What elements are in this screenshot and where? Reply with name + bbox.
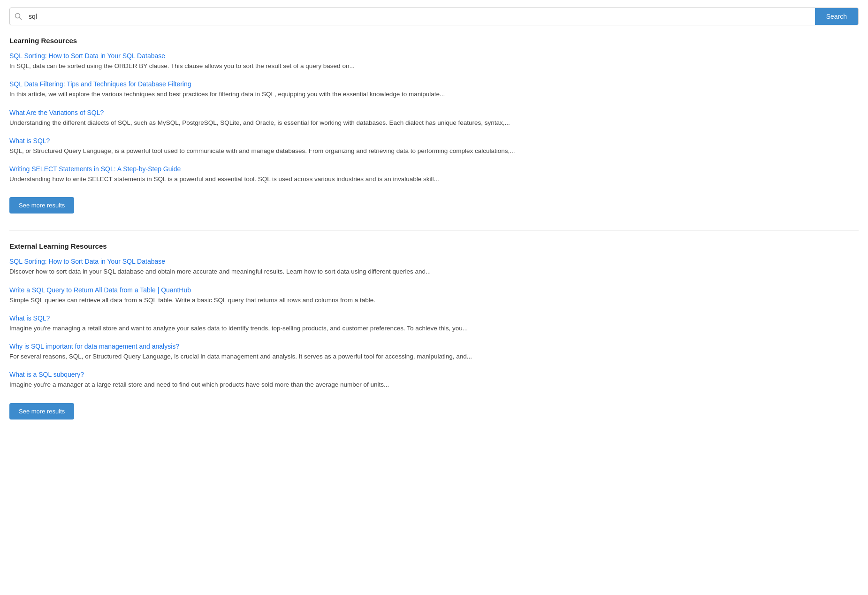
search-input[interactable] [27,8,815,25]
result-link[interactable]: SQL Sorting: How to Sort Data in Your SQ… [9,52,859,60]
sections-container: Learning ResourcesSQL Sorting: How to So… [9,37,859,420]
section-title-learning-resources: Learning Resources [9,37,859,45]
result-link[interactable]: What is SQL? [9,314,859,322]
section-learning-resources: Learning ResourcesSQL Sorting: How to So… [9,37,859,214]
section-title-external-learning-resources: External Learning Resources [9,242,859,250]
result-item: What is SQL?SQL, or Structured Query Lan… [9,137,859,156]
result-link[interactable]: SQL Sorting: How to Sort Data in Your SQ… [9,258,859,265]
result-item: What Are the Variations of SQL?Understan… [9,109,859,128]
result-description: SQL, or Structured Query Language, is a … [9,146,859,156]
result-link[interactable]: SQL Data Filtering: Tips and Techniques … [9,80,859,88]
result-item: Write a SQL Query to Return All Data fro… [9,286,859,305]
see-more-button-learning-resources[interactable]: See more results [9,197,74,214]
result-link[interactable]: What is a SQL subquery? [9,371,859,378]
result-item: What is a SQL subquery?Imagine you're a … [9,371,859,389]
result-description: Simple SQL queries can retrieve all data… [9,296,859,305]
search-button[interactable]: Search [815,8,858,25]
result-link[interactable]: Write a SQL Query to Return All Data fro… [9,286,859,294]
search-bar: Search [9,8,859,25]
result-item: Writing SELECT Statements in SQL: A Step… [9,165,859,184]
result-link[interactable]: What Are the Variations of SQL? [9,109,859,116]
result-link[interactable]: Why is SQL important for data management… [9,343,859,350]
svg-line-1 [20,18,22,20]
result-description: Understanding the different dialects of … [9,118,859,128]
result-link[interactable]: What is SQL? [9,137,859,145]
result-description: Imagine you're a manager at a large reta… [9,380,859,389]
result-item: SQL Sorting: How to Sort Data in Your SQ… [9,258,859,276]
result-item: What is SQL?Imagine you're managing a re… [9,314,859,333]
result-item: SQL Sorting: How to Sort Data in Your SQ… [9,52,859,71]
result-description: In SQL, data can be sorted using the ORD… [9,61,859,71]
result-item: Why is SQL important for data management… [9,343,859,361]
result-description: Discover how to sort data in your SQL da… [9,267,859,276]
see-more-button-external-learning-resources[interactable]: See more results [9,403,74,420]
section-external-learning-resources: External Learning ResourcesSQL Sorting: … [9,242,859,419]
search-icon [10,13,27,20]
result-description: Imagine you're managing a retail store a… [9,324,859,333]
section-divider [9,230,859,231]
result-description: For several reasons, SQL, or Structured … [9,352,859,361]
result-description: In this article, we will explore the var… [9,90,859,99]
result-item: SQL Data Filtering: Tips and Techniques … [9,80,859,99]
result-link[interactable]: Writing SELECT Statements in SQL: A Step… [9,165,859,173]
result-description: Understanding how to write SELECT statem… [9,175,859,184]
